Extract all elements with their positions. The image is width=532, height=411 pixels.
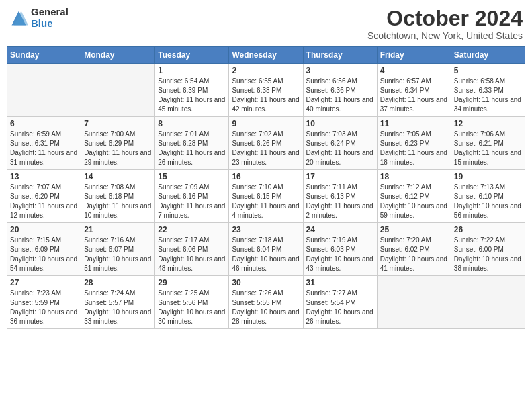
day-info: Sunrise: 7:00 AM Sunset: 6:29 PM Dayligh… — [84, 130, 152, 167]
calendar-day: 18Sunrise: 7:12 AM Sunset: 6:12 PM Dayli… — [377, 170, 451, 223]
day-number: 31 — [306, 278, 374, 287]
day-number: 1 — [158, 66, 226, 75]
day-number: 16 — [232, 172, 300, 181]
calendar-day: 26Sunrise: 7:22 AM Sunset: 6:00 PM Dayli… — [451, 223, 525, 276]
day-number: 25 — [380, 225, 448, 234]
weekday-header-row: SundayMondayTuesdayWednesdayThursdayFrid… — [7, 47, 525, 64]
day-info: Sunrise: 7:27 AM Sunset: 5:54 PM Dayligh… — [306, 289, 374, 326]
day-info: Sunrise: 7:17 AM Sunset: 6:06 PM Dayligh… — [158, 236, 226, 273]
location-text: Scotchtown, New York, United States — [367, 30, 523, 41]
calendar-day: 2Sunrise: 6:55 AM Sunset: 6:38 PM Daylig… — [229, 64, 303, 117]
calendar-day: 13Sunrise: 7:07 AM Sunset: 6:20 PM Dayli… — [7, 170, 81, 223]
day-number: 26 — [454, 225, 522, 234]
day-number: 19 — [454, 172, 522, 181]
day-info: Sunrise: 6:59 AM Sunset: 6:31 PM Dayligh… — [10, 130, 78, 167]
calendar-day: 10Sunrise: 7:03 AM Sunset: 6:24 PM Dayli… — [303, 117, 377, 170]
day-info: Sunrise: 7:01 AM Sunset: 6:28 PM Dayligh… — [158, 130, 226, 167]
weekday-header-tuesday: Tuesday — [155, 47, 229, 64]
calendar-day: 19Sunrise: 7:13 AM Sunset: 6:10 PM Dayli… — [451, 170, 525, 223]
day-info: Sunrise: 7:19 AM Sunset: 6:03 PM Dayligh… — [306, 236, 374, 273]
logo-icon — [9, 9, 28, 28]
calendar-day: 3Sunrise: 6:56 AM Sunset: 6:36 PM Daylig… — [303, 64, 377, 117]
logo-text: General Blue — [31, 7, 69, 29]
calendar-day: 31Sunrise: 7:27 AM Sunset: 5:54 PM Dayli… — [303, 276, 377, 329]
day-info: Sunrise: 7:09 AM Sunset: 6:16 PM Dayligh… — [158, 183, 226, 220]
day-info: Sunrise: 7:26 AM Sunset: 5:55 PM Dayligh… — [232, 289, 300, 326]
day-info: Sunrise: 7:15 AM Sunset: 6:09 PM Dayligh… — [10, 236, 78, 273]
day-info: Sunrise: 7:20 AM Sunset: 6:02 PM Dayligh… — [380, 236, 448, 273]
day-number: 13 — [10, 172, 78, 181]
day-number: 12 — [454, 119, 522, 128]
calendar-day: 30Sunrise: 7:26 AM Sunset: 5:55 PM Dayli… — [229, 276, 303, 329]
calendar-day: 8Sunrise: 7:01 AM Sunset: 6:28 PM Daylig… — [155, 117, 229, 170]
day-info: Sunrise: 7:24 AM Sunset: 5:57 PM Dayligh… — [84, 289, 152, 326]
day-info: Sunrise: 7:18 AM Sunset: 6:04 PM Dayligh… — [232, 236, 300, 273]
calendar-day — [377, 276, 451, 329]
day-number: 14 — [84, 172, 152, 181]
day-info: Sunrise: 6:58 AM Sunset: 6:33 PM Dayligh… — [454, 77, 522, 114]
logo-general-text: General — [31, 7, 69, 18]
day-info: Sunrise: 7:03 AM Sunset: 6:24 PM Dayligh… — [306, 130, 374, 167]
calendar-week-5: 27Sunrise: 7:23 AM Sunset: 5:59 PM Dayli… — [7, 276, 525, 329]
calendar-day: 25Sunrise: 7:20 AM Sunset: 6:02 PM Dayli… — [377, 223, 451, 276]
day-info: Sunrise: 7:16 AM Sunset: 6:07 PM Dayligh… — [84, 236, 152, 273]
day-number: 21 — [84, 225, 152, 234]
calendar-week-3: 13Sunrise: 7:07 AM Sunset: 6:20 PM Dayli… — [7, 170, 525, 223]
day-number: 3 — [306, 66, 374, 75]
day-number: 29 — [158, 278, 226, 287]
day-number: 11 — [380, 119, 448, 128]
day-number: 18 — [380, 172, 448, 181]
month-title: October 2024 — [367, 7, 523, 30]
calendar-day: 28Sunrise: 7:24 AM Sunset: 5:57 PM Dayli… — [81, 276, 155, 329]
day-info: Sunrise: 7:11 AM Sunset: 6:13 PM Dayligh… — [306, 183, 374, 220]
day-number: 23 — [232, 225, 300, 234]
calendar-day — [81, 64, 155, 117]
calendar-day: 27Sunrise: 7:23 AM Sunset: 5:59 PM Dayli… — [7, 276, 81, 329]
calendar-day: 29Sunrise: 7:25 AM Sunset: 5:56 PM Dayli… — [155, 276, 229, 329]
weekday-header-thursday: Thursday — [303, 47, 377, 64]
calendar-day: 6Sunrise: 6:59 AM Sunset: 6:31 PM Daylig… — [7, 117, 81, 170]
day-number: 20 — [10, 225, 78, 234]
day-info: Sunrise: 7:06 AM Sunset: 6:21 PM Dayligh… — [454, 130, 522, 167]
day-number: 30 — [232, 278, 300, 287]
calendar-day: 21Sunrise: 7:16 AM Sunset: 6:07 PM Dayli… — [81, 223, 155, 276]
day-info: Sunrise: 6:57 AM Sunset: 6:34 PM Dayligh… — [380, 77, 448, 114]
calendar-day: 24Sunrise: 7:19 AM Sunset: 6:03 PM Dayli… — [303, 223, 377, 276]
calendar-day — [7, 64, 81, 117]
day-number: 9 — [232, 119, 300, 128]
day-info: Sunrise: 6:54 AM Sunset: 6:39 PM Dayligh… — [158, 77, 226, 114]
calendar-day: 20Sunrise: 7:15 AM Sunset: 6:09 PM Dayli… — [7, 223, 81, 276]
day-number: 28 — [84, 278, 152, 287]
day-number: 2 — [232, 66, 300, 75]
day-info: Sunrise: 7:05 AM Sunset: 6:23 PM Dayligh… — [380, 130, 448, 167]
weekday-header-friday: Friday — [377, 47, 451, 64]
day-number: 27 — [10, 278, 78, 287]
calendar-week-4: 20Sunrise: 7:15 AM Sunset: 6:09 PM Dayli… — [7, 223, 525, 276]
calendar-day: 9Sunrise: 7:02 AM Sunset: 6:26 PM Daylig… — [229, 117, 303, 170]
weekday-header-monday: Monday — [81, 47, 155, 64]
day-number: 7 — [84, 119, 152, 128]
calendar-week-1: 1Sunrise: 6:54 AM Sunset: 6:39 PM Daylig… — [7, 64, 525, 117]
weekday-header-wednesday: Wednesday — [229, 47, 303, 64]
logo: General Blue — [9, 7, 69, 29]
day-number: 24 — [306, 225, 374, 234]
day-info: Sunrise: 7:07 AM Sunset: 6:20 PM Dayligh… — [10, 183, 78, 220]
calendar-day: 1Sunrise: 6:54 AM Sunset: 6:39 PM Daylig… — [155, 64, 229, 117]
day-number: 10 — [306, 119, 374, 128]
logo-blue-text: Blue — [31, 18, 69, 30]
day-info: Sunrise: 7:10 AM Sunset: 6:15 PM Dayligh… — [232, 183, 300, 220]
calendar-day: 17Sunrise: 7:11 AM Sunset: 6:13 PM Dayli… — [303, 170, 377, 223]
day-number: 6 — [10, 119, 78, 128]
day-info: Sunrise: 6:56 AM Sunset: 6:36 PM Dayligh… — [306, 77, 374, 114]
calendar-day: 22Sunrise: 7:17 AM Sunset: 6:06 PM Dayli… — [155, 223, 229, 276]
title-block: October 2024 Scotchtown, New York, Unite… — [367, 7, 523, 41]
weekday-header-saturday: Saturday — [451, 47, 525, 64]
calendar-day — [451, 276, 525, 329]
day-number: 8 — [158, 119, 226, 128]
calendar-day: 15Sunrise: 7:09 AM Sunset: 6:16 PM Dayli… — [155, 170, 229, 223]
day-info: Sunrise: 7:23 AM Sunset: 5:59 PM Dayligh… — [10, 289, 78, 326]
weekday-header-sunday: Sunday — [7, 47, 81, 64]
calendar-header: SundayMondayTuesdayWednesdayThursdayFrid… — [7, 47, 525, 64]
calendar-day: 23Sunrise: 7:18 AM Sunset: 6:04 PM Dayli… — [229, 223, 303, 276]
day-number: 4 — [380, 66, 448, 75]
